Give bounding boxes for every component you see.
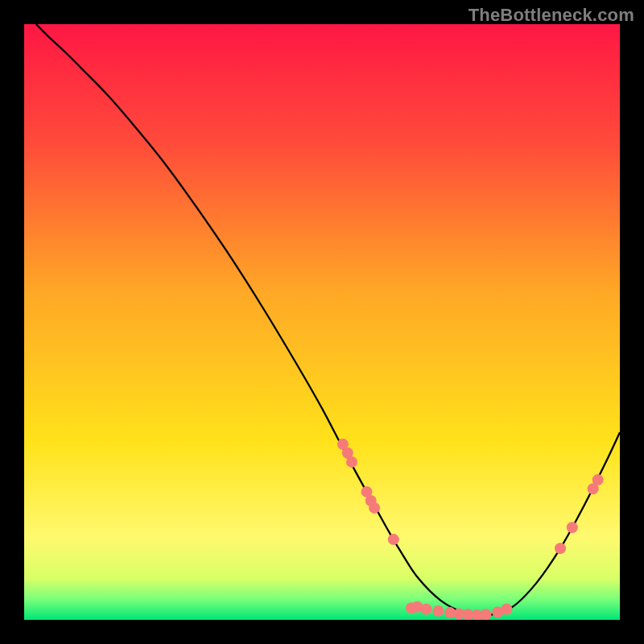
data-marker — [346, 456, 357, 468]
data-marker — [388, 534, 399, 545]
data-marker — [432, 605, 444, 617]
data-marker — [481, 609, 492, 620]
watermark-text: TheBottleneck.com — [469, 5, 634, 26]
data-marker — [501, 604, 512, 615]
chart-background — [24, 24, 620, 620]
bottleneck-chart — [24, 24, 620, 620]
data-marker — [369, 502, 380, 514]
data-marker — [421, 604, 432, 615]
data-marker — [592, 474, 604, 485]
data-marker — [567, 522, 578, 533]
chart-frame — [24, 24, 620, 620]
data-marker — [555, 543, 566, 554]
